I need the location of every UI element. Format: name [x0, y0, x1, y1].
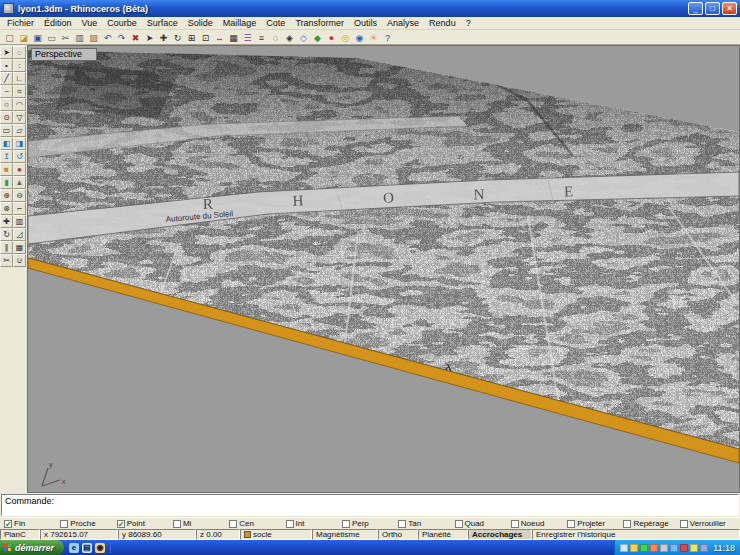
status-accrochages[interactable]: Accrochages: [468, 529, 532, 540]
circle-icon[interactable]: ○: [0, 98, 13, 111]
media-player-icon[interactable]: ◉: [95, 543, 105, 553]
status-planeite[interactable]: Planéité: [418, 529, 468, 540]
taskbar-clock[interactable]: 11:18: [713, 543, 735, 553]
arc-icon[interactable]: ◠: [13, 98, 26, 111]
ghosted-icon[interactable]: ◎: [339, 31, 352, 44]
menu-vue[interactable]: Vue: [77, 17, 103, 29]
tray-icon-9[interactable]: [700, 544, 708, 552]
boolean-union-icon[interactable]: ⊕: [0, 189, 13, 202]
tray-icon-4[interactable]: [650, 544, 658, 552]
tray-icon-8[interactable]: [690, 544, 698, 552]
boolean-intersect-icon[interactable]: ⊗: [0, 202, 13, 215]
menu-outils[interactable]: Outils: [349, 17, 382, 29]
osnap-repérage[interactable]: Repérage: [623, 519, 679, 528]
lasso-select-icon[interactable]: ◌: [13, 46, 26, 59]
tray-icon-2[interactable]: [630, 544, 638, 552]
osnap-checkbox[interactable]: [60, 520, 68, 528]
osnap-cen[interactable]: Cen: [229, 519, 285, 528]
title-bar[interactable]: lyon1.3dm - Rhinoceros (Béta) _ □ ✕: [0, 0, 740, 17]
cut-icon[interactable]: ✂: [59, 31, 72, 44]
named-view-icon[interactable]: ▦: [227, 31, 240, 44]
osnap-verrouiller[interactable]: Verrouiller: [680, 519, 736, 528]
copy-tool-icon[interactable]: ▥: [13, 215, 26, 228]
start-button[interactable]: démarrer: [0, 540, 64, 555]
tray-icon-7[interactable]: [680, 544, 688, 552]
copy-icon[interactable]: ▥: [73, 31, 86, 44]
trim-icon[interactable]: ✂: [0, 254, 13, 267]
menu-cote[interactable]: Cote: [261, 17, 290, 29]
status-cplane[interactable]: PlanC: [0, 529, 40, 540]
osnap-projeter[interactable]: Projeter: [567, 519, 623, 528]
viewport-title[interactable]: Perspective: [31, 48, 97, 61]
rendered-icon[interactable]: ●: [325, 31, 338, 44]
osnap-fin[interactable]: ✓Fin: [4, 519, 60, 528]
osnap-checkbox[interactable]: [623, 520, 631, 528]
rotate-tool-icon[interactable]: ↻: [0, 228, 13, 241]
osnap-checkbox[interactable]: [229, 520, 237, 528]
perspective-viewport[interactable]: Perspective: [27, 45, 740, 493]
status-z-coord[interactable]: z 0.00: [196, 529, 240, 540]
save-icon[interactable]: ▣: [31, 31, 44, 44]
select-arrow-icon[interactable]: ➤: [143, 31, 156, 44]
internet-explorer-icon[interactable]: e: [69, 543, 79, 553]
loft-icon[interactable]: ◨: [13, 137, 26, 150]
fillet-icon[interactable]: ⌐: [13, 202, 26, 215]
sun-icon[interactable]: ☀: [367, 31, 380, 44]
rectangle-icon[interactable]: ▭: [0, 124, 13, 137]
osnap-checkbox[interactable]: [286, 520, 294, 528]
shaded-icon[interactable]: ◆: [311, 31, 324, 44]
pan-icon[interactable]: ↔: [213, 31, 226, 44]
point-icon[interactable]: •: [0, 59, 13, 72]
wireframe-icon[interactable]: ◇: [297, 31, 310, 44]
osnap-int[interactable]: Int: [286, 519, 342, 528]
cylinder-icon[interactable]: ▮: [0, 176, 13, 189]
tray-icon-6[interactable]: [670, 544, 678, 552]
osnap-checkbox[interactable]: [455, 520, 463, 528]
osnap-checkbox[interactable]: [173, 520, 181, 528]
close-button[interactable]: ✕: [722, 2, 737, 15]
print-icon[interactable]: ▭: [45, 31, 58, 44]
menu-courbe[interactable]: Courbe: [102, 17, 142, 29]
menu-rendu[interactable]: Rendu: [424, 17, 461, 29]
extrude-icon[interactable]: ↥: [0, 150, 13, 163]
osnap-checkbox[interactable]: ✓: [4, 520, 12, 528]
zoom-extents-icon[interactable]: ⊞: [185, 31, 198, 44]
layers-icon[interactable]: ☰: [241, 31, 254, 44]
move-tool-icon[interactable]: ✚: [0, 215, 13, 228]
polygon-icon[interactable]: ▽: [13, 111, 26, 124]
osnap-perp[interactable]: Perp: [342, 519, 398, 528]
undo-icon[interactable]: ↶: [101, 31, 114, 44]
lock-icon[interactable]: ◈: [283, 31, 296, 44]
new-file-icon[interactable]: ▢: [3, 31, 16, 44]
tray-icon-3[interactable]: [640, 544, 648, 552]
box-icon[interactable]: ■: [0, 163, 13, 176]
status-magnetisme[interactable]: Magnétisme: [312, 529, 378, 540]
cone-icon[interactable]: ▲: [13, 176, 26, 189]
osnap-proche[interactable]: Proche: [60, 519, 116, 528]
properties-icon[interactable]: ≡: [255, 31, 268, 44]
paste-icon[interactable]: ▨: [87, 31, 100, 44]
polyline-icon[interactable]: ∟: [13, 72, 26, 85]
menu-dition[interactable]: Édition: [39, 17, 77, 29]
status-historique[interactable]: Enregistrer l'historique: [532, 529, 740, 540]
ellipse-icon[interactable]: ⊙: [0, 111, 13, 124]
show-desktop-icon[interactable]: ▤: [82, 543, 92, 553]
move-icon[interactable]: ✚: [157, 31, 170, 44]
sphere-icon[interactable]: ●: [13, 163, 26, 176]
rhino-app-icon[interactable]: [3, 3, 14, 14]
osnap-mi[interactable]: Mi: [173, 519, 229, 528]
hide-icon[interactable]: ◌: [269, 31, 282, 44]
osnap-checkbox[interactable]: [680, 520, 688, 528]
minimize-button[interactable]: _: [688, 2, 703, 15]
delete-icon[interactable]: ✖: [129, 31, 142, 44]
osnap-checkbox[interactable]: [342, 520, 350, 528]
redo-icon[interactable]: ↷: [115, 31, 128, 44]
command-line[interactable]: Commande:: [1, 494, 739, 516]
maximize-button[interactable]: □: [705, 2, 720, 15]
menu-analyse[interactable]: Analyse: [382, 17, 424, 29]
menu-surface[interactable]: Surface: [142, 17, 183, 29]
open-file-icon[interactable]: ◪: [17, 31, 30, 44]
status-y-coord[interactable]: y 86089.60: [118, 529, 196, 540]
osnap-tan[interactable]: Tan: [398, 519, 454, 528]
scale-tool-icon[interactable]: ◿: [13, 228, 26, 241]
